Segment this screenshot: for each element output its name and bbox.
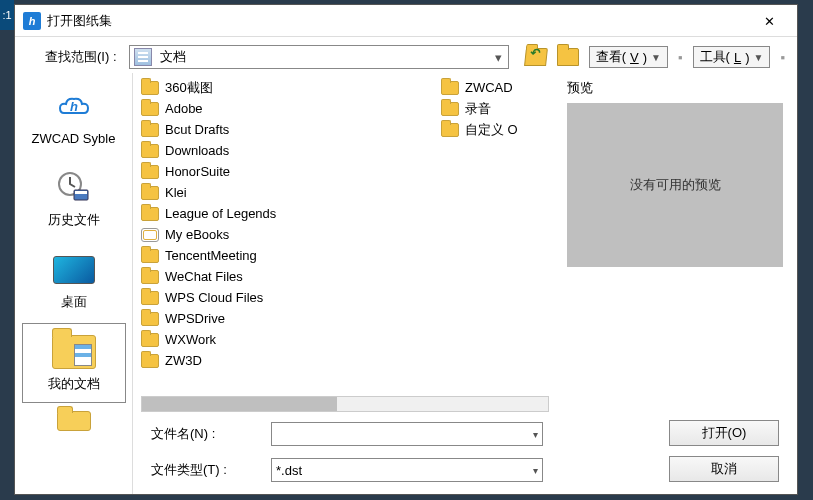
folder-icon bbox=[441, 81, 459, 95]
open-button[interactable]: 打开(O) bbox=[669, 420, 779, 446]
preview-label: 预览 bbox=[567, 79, 783, 97]
file-item[interactable]: HonorSuite bbox=[141, 161, 441, 182]
sidebar-item-desktop[interactable]: 桌面 bbox=[22, 241, 126, 321]
view-menu-button[interactable]: 查看(V) ▼ bbox=[589, 46, 668, 68]
horizontal-scrollbar[interactable] bbox=[141, 396, 549, 412]
folder-icon bbox=[441, 102, 459, 116]
svg-text:h: h bbox=[70, 99, 78, 114]
desktop-icon bbox=[52, 251, 96, 289]
file-item[interactable]: WeChat Files bbox=[141, 266, 441, 287]
folder-icon bbox=[141, 144, 159, 158]
titlebar[interactable]: h 打开图纸集 ✕ bbox=[15, 5, 797, 37]
file-selection-area: 文件名(N) : ▾ 文件类型(T) : *.dst ▾ bbox=[141, 412, 557, 494]
app-icon: h bbox=[23, 12, 41, 30]
file-item-label: WeChat Files bbox=[165, 269, 243, 284]
folder-icon bbox=[141, 270, 159, 284]
file-item[interactable]: Bcut Drafts bbox=[141, 119, 441, 140]
close-button[interactable]: ✕ bbox=[749, 12, 789, 30]
filetype-value: *.dst bbox=[276, 463, 302, 478]
folder-icon bbox=[52, 405, 96, 429]
file-item-label: WPS Cloud Files bbox=[165, 290, 263, 305]
file-item-label: WXWork bbox=[165, 332, 216, 347]
chevron-down-icon[interactable]: ▾ bbox=[533, 429, 538, 440]
file-item-label: 录音 bbox=[465, 100, 491, 118]
file-item[interactable]: Downloads bbox=[141, 140, 441, 161]
tools-menu-button[interactable]: 工具(L) ▼ bbox=[693, 46, 771, 68]
folder-icon bbox=[141, 81, 159, 95]
sidebar-item-label: 历史文件 bbox=[48, 211, 100, 229]
chevron-down-icon[interactable]: ▾ bbox=[533, 465, 538, 476]
file-item[interactable]: My eBooks bbox=[141, 224, 441, 245]
background-ruler: :1 bbox=[0, 0, 14, 30]
look-in-label: 查找范围(I) : bbox=[45, 48, 117, 66]
file-item-label: My eBooks bbox=[165, 227, 229, 242]
look-in-combo[interactable]: 文档 ▾ bbox=[129, 45, 509, 69]
file-item-label: TencentMeeting bbox=[165, 248, 257, 263]
file-item-label: ZW3D bbox=[165, 353, 202, 368]
folder-icon bbox=[141, 291, 159, 305]
file-item-label: ZWCAD bbox=[465, 80, 513, 95]
file-item[interactable]: ZW3D bbox=[141, 350, 441, 371]
close-icon: ✕ bbox=[764, 14, 775, 29]
folder-icon bbox=[141, 123, 159, 137]
zwcad-cloud-icon: h bbox=[52, 89, 96, 127]
folder-icon bbox=[141, 333, 159, 347]
file-list-panel: 360截图AdobeBcut DraftsDownloadsHonorSuite… bbox=[133, 73, 557, 494]
folder-icon bbox=[141, 312, 159, 326]
separator: ▪ bbox=[678, 50, 683, 65]
chevron-down-icon: ▼ bbox=[753, 52, 763, 63]
file-item[interactable]: WXWork bbox=[141, 329, 441, 350]
history-icon bbox=[52, 169, 96, 207]
documents-folder-icon bbox=[52, 333, 96, 371]
sidebar-item-label: 我的文档 bbox=[48, 375, 100, 393]
folder-icon bbox=[141, 165, 159, 179]
file-item-label: Bcut Drafts bbox=[165, 122, 229, 137]
file-item[interactable]: TencentMeeting bbox=[141, 245, 441, 266]
file-item-label: Downloads bbox=[165, 143, 229, 158]
sidebar-item-history[interactable]: 历史文件 bbox=[22, 159, 126, 239]
folder-icon bbox=[441, 123, 459, 137]
file-item[interactable]: ZWCAD bbox=[441, 77, 546, 98]
file-item-label: Klei bbox=[165, 185, 187, 200]
back-folder-icon[interactable] bbox=[524, 48, 548, 66]
look-in-value: 文档 bbox=[156, 48, 490, 66]
lookin-toolbar: 查找范围(I) : 文档 ▾ 查看(V) ▼ ▪ 工具(L) ▼ ▪ bbox=[15, 37, 797, 73]
places-sidebar: h ZWCAD Syble 历史文件 桌面 我的文档 bbox=[15, 73, 133, 494]
filename-combo[interactable]: ▾ bbox=[271, 422, 543, 446]
file-item-label: League of Legends bbox=[165, 206, 276, 221]
open-sheetset-dialog: h 打开图纸集 ✕ 查找范围(I) : 文档 ▾ 查看(V) ▼ ▪ 工具(L)… bbox=[14, 4, 798, 495]
filetype-label: 文件类型(T) : bbox=[151, 461, 261, 479]
file-item-label: HonorSuite bbox=[165, 164, 230, 179]
file-item[interactable]: 360截图 bbox=[141, 77, 441, 98]
file-item[interactable]: 录音 bbox=[441, 98, 546, 119]
file-item[interactable]: Klei bbox=[141, 182, 441, 203]
scrollbar-thumb[interactable] bbox=[142, 397, 337, 411]
folder-icon bbox=[141, 249, 159, 263]
file-item-label: Adobe bbox=[165, 101, 203, 116]
sidebar-item-label: 桌面 bbox=[61, 293, 87, 311]
sidebar-item-documents[interactable]: 我的文档 bbox=[22, 323, 126, 403]
file-item-label: 360截图 bbox=[165, 79, 213, 97]
sidebar-item-zwcad-syble[interactable]: h ZWCAD Syble bbox=[22, 77, 126, 157]
filetype-combo[interactable]: *.dst ▾ bbox=[271, 458, 543, 482]
sidebar-item-label: ZWCAD Syble bbox=[32, 131, 116, 146]
filename-label: 文件名(N) : bbox=[151, 425, 261, 443]
preview-box: 没有可用的预览 bbox=[567, 103, 783, 267]
file-item[interactable]: 自定义 O bbox=[441, 119, 546, 140]
file-item-label: WPSDrive bbox=[165, 311, 225, 326]
file-item[interactable]: Adobe bbox=[141, 98, 441, 119]
chevron-down-icon[interactable]: ▾ bbox=[490, 50, 508, 65]
preview-placeholder: 没有可用的预览 bbox=[630, 176, 721, 194]
sidebar-item-more[interactable] bbox=[22, 405, 126, 445]
file-list[interactable]: 360截图AdobeBcut DraftsDownloadsHonorSuite… bbox=[141, 77, 557, 392]
up-folder-icon[interactable] bbox=[557, 48, 579, 66]
file-item[interactable]: WPSDrive bbox=[141, 308, 441, 329]
folder-icon bbox=[141, 186, 159, 200]
folder-icon bbox=[141, 102, 159, 116]
folder-icon bbox=[141, 354, 159, 368]
file-item[interactable]: WPS Cloud Files bbox=[141, 287, 441, 308]
documents-folder-icon bbox=[134, 48, 152, 66]
ebook-icon bbox=[141, 228, 159, 242]
cancel-button[interactable]: 取消 bbox=[669, 456, 779, 482]
file-item[interactable]: League of Legends bbox=[141, 203, 441, 224]
